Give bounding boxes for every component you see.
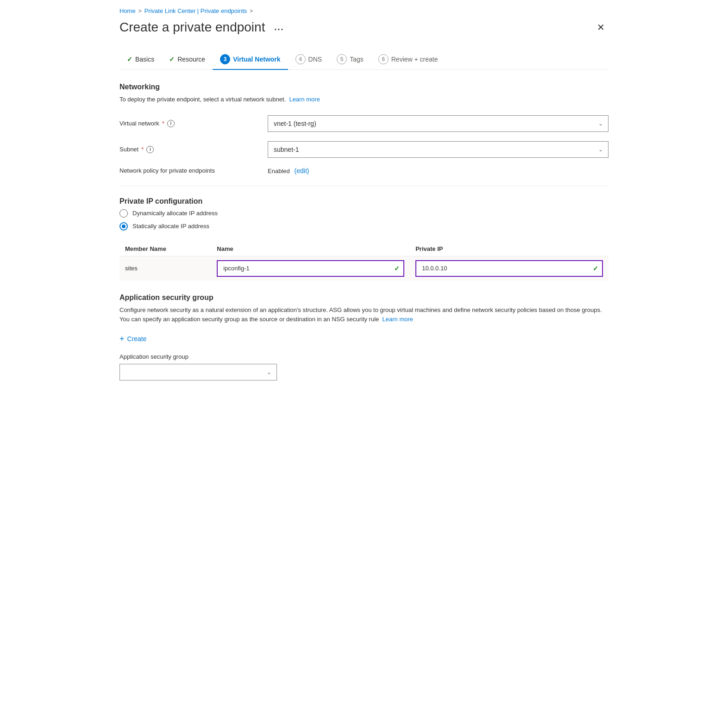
- subnet-dropdown-wrapper: subnet-1 ⌄: [268, 141, 609, 158]
- tab-circle-vn: 3: [220, 54, 230, 64]
- ip-input[interactable]: [415, 260, 603, 277]
- col-private-ip: Private IP: [410, 242, 609, 256]
- subnet-required-star: *: [141, 146, 144, 153]
- tab-label-dns: DNS: [308, 56, 322, 63]
- asg-create-label: Create: [127, 335, 147, 343]
- virtual-network-control: vnet-1 (test-rg) ⌄: [268, 115, 609, 132]
- page-header: Create a private endpoint ... ✕: [119, 20, 609, 35]
- networking-section: Networking To deploy the private endpoin…: [119, 83, 609, 175]
- subnet-control: subnet-1 ⌄: [268, 141, 609, 158]
- private-ip-section: Private IP configuration Dynamically all…: [119, 197, 609, 281]
- static-radio-item[interactable]: Statically allocate IP address: [119, 222, 609, 231]
- virtual-network-label: Virtual network * i: [119, 120, 268, 127]
- asg-section: Application security group Configure net…: [119, 293, 609, 381]
- tab-basics[interactable]: ✓ Basics: [119, 51, 162, 69]
- tabs: ✓ Basics ✓ Resource 3 Virtual Network 4 …: [119, 50, 609, 70]
- asg-learn-more[interactable]: Learn more: [383, 316, 413, 323]
- cell-name: ✓: [211, 256, 410, 281]
- tab-label-tags: Tags: [350, 56, 364, 63]
- vn-info-icon[interactable]: i: [167, 120, 175, 127]
- network-policy-edit[interactable]: (edit): [295, 167, 309, 175]
- ip-config-table: Member Name Name Private IP sites ✓: [119, 242, 609, 281]
- tab-resource[interactable]: ✓ Resource: [162, 51, 213, 69]
- tab-circle-dns: 4: [295, 54, 306, 64]
- tab-virtual-network[interactable]: 3 Virtual Network: [213, 50, 288, 70]
- page-title: Create a private endpoint: [119, 20, 265, 35]
- static-radio-label: Statically allocate IP address: [132, 223, 209, 230]
- dynamic-radio-circle[interactable]: [119, 209, 128, 218]
- networking-description: To deploy the private endpoint, select a…: [119, 95, 609, 104]
- virtual-network-dropdown[interactable]: vnet-1 (test-rg): [268, 115, 609, 132]
- static-radio-circle[interactable]: [119, 222, 128, 231]
- network-policy-value: Enabled (edit): [268, 167, 609, 175]
- tab-tags[interactable]: 5 Tags: [329, 50, 371, 70]
- virtual-network-dropdown-wrapper: vnet-1 (test-rg) ⌄: [268, 115, 609, 132]
- breadcrumb-private-link[interactable]: Private Link Center | Private endpoints: [144, 7, 247, 14]
- tab-circle-tags: 5: [337, 54, 347, 64]
- ip-allocation-radio-group: Dynamically allocate IP address Statical…: [119, 209, 609, 231]
- ip-input-wrapper: ✓: [415, 260, 603, 277]
- ip-check-icon: ✓: [593, 265, 598, 272]
- asg-dropdown-wrapper: ⌄: [119, 364, 277, 380]
- networking-learn-more[interactable]: Learn more: [289, 96, 320, 103]
- subnet-label: Subnet * i: [119, 146, 268, 153]
- tab-label-basics: Basics: [135, 56, 154, 63]
- plus-icon: +: [119, 335, 125, 343]
- cell-private-ip: ✓: [410, 256, 609, 281]
- network-policy-status: Enabled: [268, 168, 290, 175]
- asg-dropdown[interactable]: [119, 364, 277, 380]
- network-policy-label: Network policy for private endpoints: [119, 167, 268, 174]
- divider-1: [119, 186, 609, 186]
- asg-group-label: Application security group: [119, 353, 609, 360]
- name-input-wrapper: ✓: [217, 260, 404, 277]
- name-input[interactable]: [217, 260, 404, 277]
- breadcrumb: Home > Private Link Center | Private end…: [119, 7, 609, 14]
- asg-create-button[interactable]: + Create: [119, 332, 147, 346]
- tab-label-vn: Virtual Network: [233, 56, 280, 63]
- private-ip-title: Private IP configuration: [119, 197, 609, 206]
- asg-title: Application security group: [119, 293, 609, 302]
- networking-title: Networking: [119, 83, 609, 91]
- tab-review-create[interactable]: 6 Review + create: [371, 50, 446, 70]
- tab-label-resource: Resource: [177, 56, 205, 63]
- cell-member-name: sites: [119, 256, 211, 281]
- tab-dns[interactable]: 4 DNS: [288, 50, 330, 70]
- tab-circle-review: 6: [378, 54, 389, 64]
- subnet-row: Subnet * i subnet-1 ⌄: [119, 141, 609, 158]
- dynamic-radio-label: Dynamically allocate IP address: [132, 210, 218, 217]
- vn-required-star: *: [162, 120, 164, 127]
- virtual-network-row: Virtual network * i vnet-1 (test-rg) ⌄: [119, 115, 609, 132]
- col-member-name: Member Name: [119, 242, 211, 256]
- more-button[interactable]: ...: [270, 21, 288, 34]
- network-policy-row: Network policy for private endpoints Ena…: [119, 167, 609, 175]
- close-button[interactable]: ✕: [593, 21, 609, 34]
- col-name: Name: [211, 242, 410, 256]
- dynamic-radio-item[interactable]: Dynamically allocate IP address: [119, 209, 609, 218]
- name-check-icon: ✓: [394, 265, 400, 272]
- asg-description: Configure network security as a natural …: [119, 306, 609, 325]
- subnet-info-icon[interactable]: i: [146, 146, 154, 153]
- subnet-dropdown[interactable]: subnet-1: [268, 141, 609, 158]
- breadcrumb-home[interactable]: Home: [119, 7, 136, 14]
- table-row: sites ✓ ✓: [119, 256, 609, 281]
- tab-label-review: Review + create: [391, 56, 438, 63]
- networking-desc-text: To deploy the private endpoint, select a…: [119, 96, 286, 103]
- tab-check-resource: ✓: [169, 56, 175, 63]
- tab-check-basics: ✓: [127, 56, 132, 63]
